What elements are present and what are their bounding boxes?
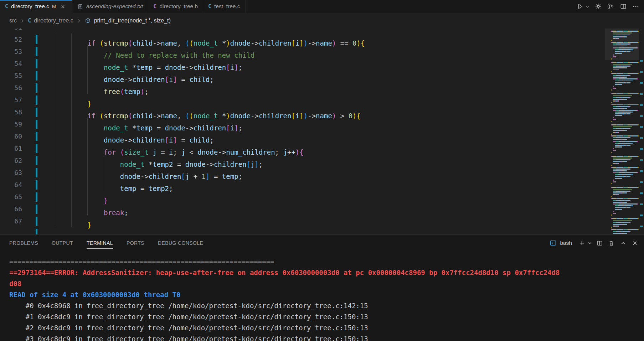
ruler-modified-mark (640, 226, 643, 227)
line-number[interactable]: 57 (0, 94, 22, 106)
breadcrumb-symbol[interactable]: print_dir_tree(node_t *, size_t) (94, 17, 171, 24)
new-terminal-button[interactable] (577, 238, 587, 248)
indent-guide (71, 130, 88, 143)
terminal-line: ========================================… (9, 256, 560, 267)
breadcrumb-folder[interactable]: src (9, 17, 17, 24)
line-number[interactable]: 52 (0, 33, 22, 46)
tab-directory_tree.h[interactable]: Cdirectory_tree.h (148, 0, 203, 13)
line-number[interactable]: 51 (0, 29, 22, 33)
indent-space (38, 58, 55, 70)
line-number[interactable]: 56 (0, 82, 22, 94)
line-number[interactable]: 67 (0, 215, 22, 227)
panel-tab-output[interactable]: OUTPUT (52, 235, 73, 251)
code-editor[interactable]: 5152if (strcmp(child->name, ((node_t *)d… (0, 29, 644, 234)
kill-terminal-button[interactable] (606, 238, 616, 248)
code-token: 0 (352, 39, 356, 47)
indent-space (38, 46, 55, 58)
code-token: ; (275, 148, 283, 156)
git-graph-icon[interactable] (606, 2, 615, 11)
indent-space (38, 179, 55, 191)
panel-tabs: PROBLEMSOUTPUTTERMINALPORTSDEBUG CONSOLE (9, 235, 217, 251)
code-token: ] (299, 112, 303, 120)
breadcrumb-file[interactable]: directory_tree.c (34, 17, 73, 24)
close-tab-icon[interactable] (59, 2, 67, 10)
c-file-icon: C (28, 17, 31, 24)
maximize-panel-button[interactable] (618, 238, 628, 248)
code-token: ; (238, 172, 242, 180)
code-token: j (283, 148, 287, 156)
code-token: [ (181, 172, 185, 180)
run-icon[interactable] (575, 2, 584, 11)
editor-actions (575, 0, 644, 13)
close-panel-button[interactable] (630, 238, 640, 248)
line-content: if (strcmp(child->name, ((node_t *)dnode… (38, 33, 365, 46)
indent-guide (87, 143, 104, 155)
indent-space (38, 191, 55, 203)
run-dropdown-chevron[interactable] (584, 2, 591, 11)
code-token: break (104, 209, 124, 217)
code-token: ) (295, 148, 299, 156)
terminal-instance-selector[interactable]: bash (547, 239, 575, 247)
terminal-output[interactable]: ========================================… (0, 251, 644, 341)
terminal-line: #3 0x4c8dc9 in free_directory_tree /home… (9, 334, 560, 341)
ruler-modified-mark (640, 82, 643, 84)
code-token: { (357, 112, 361, 120)
code-token: { (299, 148, 303, 156)
symbol-method-icon (84, 17, 91, 24)
split-editor-icon[interactable] (618, 2, 628, 11)
tab-bar: Cdirectory_tree.cMascending-expected.txt… (0, 0, 644, 13)
tab-test_tree.c[interactable]: Ctest_tree.c (203, 0, 245, 13)
line-number[interactable]: 59 (0, 118, 22, 130)
indent-guide (55, 94, 71, 106)
indent-space (38, 33, 55, 46)
tab-label: test_tree.c (214, 3, 240, 10)
indent-guide (55, 191, 71, 203)
indent-guide (55, 167, 71, 179)
code-token: temp (124, 88, 140, 95)
settings-gear-icon[interactable] (593, 2, 603, 11)
indent-guide (55, 203, 71, 215)
code-token: i (295, 39, 299, 47)
line-number[interactable]: 66 (0, 203, 22, 215)
code-token: -> (308, 112, 316, 120)
minimap[interactable] (605, 29, 639, 234)
line-number[interactable]: 62 (0, 155, 22, 167)
tab-ascending-expected.txt[interactable]: ascending-expected.txt (72, 0, 148, 13)
line-number[interactable]: 58 (0, 106, 22, 118)
panel-tab-terminal[interactable]: TERMINAL (87, 235, 113, 251)
c-header-file-icon: C (153, 3, 156, 10)
code-token: name (316, 112, 332, 120)
line-number[interactable]: 64 (0, 179, 22, 191)
more-actions-icon[interactable] (631, 2, 640, 11)
code-token: ) (357, 39, 361, 47)
panel-tab-debug-console[interactable]: DEBUG CONSOLE (158, 235, 203, 251)
code-token: -> (251, 112, 259, 120)
indent-space (38, 167, 55, 179)
overview-ruler[interactable] (639, 29, 644, 234)
ruler-modified-mark (640, 159, 643, 161)
code-token: [ (291, 112, 295, 120)
line-number[interactable]: 55 (0, 70, 22, 82)
panel-tab-ports[interactable]: PORTS (127, 235, 144, 251)
line-content: dnode->children[i] = child; (38, 70, 214, 82)
code-token: ] (254, 160, 258, 168)
terminal-icon (550, 239, 557, 247)
code-token: ) (332, 112, 336, 120)
line-number[interactable]: 65 (0, 191, 22, 203)
code-token: [ (165, 76, 169, 83)
line-number[interactable]: 53 (0, 46, 22, 58)
tab-directory_tree.c[interactable]: Cdirectory_tree.cM (0, 0, 72, 13)
panel-tab-problems[interactable]: PROBLEMS (9, 235, 38, 251)
line-number[interactable]: 54 (0, 58, 22, 70)
line-number[interactable]: 61 (0, 143, 22, 155)
indent-guide (87, 179, 104, 191)
line-content: // Need to replace with the new child (38, 46, 254, 58)
c-file-icon: C (208, 3, 211, 10)
terminal-line: READ of size 4 at 0x6030000003d0 thread … (9, 289, 560, 300)
code-token: > (336, 112, 348, 120)
terminal-profiles-chevron[interactable] (586, 238, 593, 248)
split-terminal-button[interactable] (594, 238, 604, 248)
line-number[interactable]: 63 (0, 167, 22, 179)
line-number[interactable]: 60 (0, 130, 22, 143)
indent-space (38, 106, 55, 118)
